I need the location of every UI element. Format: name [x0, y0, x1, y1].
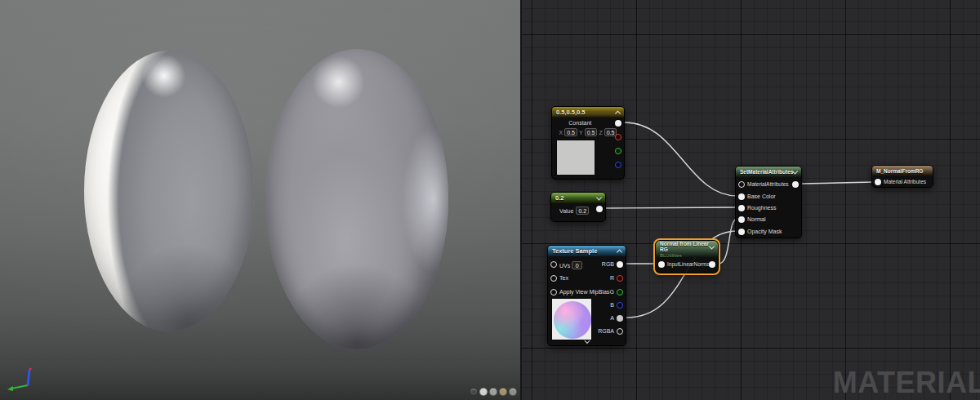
pin-in-uvs[interactable]: [550, 261, 557, 268]
preview-shape-cube-icon[interactable]: [499, 388, 507, 396]
normal-map-sphere-preview: [554, 301, 591, 339]
chevron-down-icon[interactable]: [596, 194, 602, 200]
node-scalar-fields: Value 0.2: [559, 207, 589, 215]
pin-out-result[interactable]: [709, 261, 715, 268]
x-value-field[interactable]: 0.5: [564, 128, 577, 136]
node-set-material-attributes[interactable]: SetMaterialAttributes MaterialAttributes…: [735, 166, 802, 238]
pin-label-normal: Normal: [747, 216, 766, 222]
pin-label-rgb: RGB: [602, 261, 614, 267]
pin-out-value[interactable]: [596, 206, 603, 212]
texture-preview: [551, 298, 592, 340]
node-texture-sample-title[interactable]: Texture Sample: [548, 246, 626, 256]
chevron-up-icon[interactable]: [615, 110, 621, 116]
chevron-down-icon[interactable]: [792, 168, 798, 174]
material-preview-viewport[interactable]: [0, 0, 520, 400]
preview-shape-mesh-icon[interactable]: [509, 388, 517, 396]
chevron-up-icon[interactable]: [617, 249, 622, 255]
uvs-label: UVs: [559, 263, 570, 269]
pin-label-r: R: [610, 275, 614, 281]
preview-shape-cylinder-icon[interactable]: [470, 388, 478, 396]
node-sma-title[interactable]: SetMaterialAttributes: [736, 167, 801, 177]
pin-label-material-attributes: Material Attributes: [884, 179, 926, 184]
pin-label-g: G: [610, 289, 614, 295]
node-constant-fields: X 0.5 Y 0.5 Z 0.5: [555, 128, 621, 136]
y-value-field[interactable]: 0.5: [585, 128, 598, 136]
pin-in-tex[interactable]: [550, 275, 557, 282]
pin-label-materialattributes: MaterialAttributes: [747, 181, 789, 187]
preview-shape-plane-icon[interactable]: [489, 388, 497, 396]
x-axis-label: X: [559, 130, 564, 136]
pin-out-rgb[interactable]: [617, 261, 623, 268]
pin-out-r[interactable]: [615, 134, 621, 140]
pin-label-roughness: Roughness: [747, 205, 776, 211]
pin-in-normal[interactable]: [738, 216, 745, 223]
pin-in-mipbias[interactable]: [550, 289, 557, 296]
node-nflrg-subtitle: BLUtilities: [660, 253, 682, 258]
pin-label-tex: Tex: [559, 275, 568, 281]
node-normal-from-linear-rg[interactable]: Normal from Linear RG BLUtilities InputL…: [655, 240, 719, 273]
node-constant-title-text: 0.5,0.5,0.5: [556, 109, 585, 116]
wire-constant-to-basecolor: [625, 122, 737, 196]
node-constant-title[interactable]: 0.5,0.5,0.5: [552, 107, 624, 118]
value-label: Value: [559, 208, 573, 214]
pin-in-basecolor[interactable]: [738, 193, 745, 200]
node-constant-type: Constant: [552, 120, 608, 126]
node-m-normal-from-rg[interactable]: M_NormalFromRG Material Attributes: [871, 165, 933, 188]
node-sma-title-text: SetMaterialAttributes: [740, 169, 793, 175]
node-constant[interactable]: 0.5,0.5,0.5 Constant X 0.5 Y 0.5 Z 0.5: [551, 106, 625, 180]
pin-out-g[interactable]: [615, 148, 621, 154]
node-scalar[interactable]: 0.2 Value 0.2: [550, 192, 606, 222]
node-scalar-title[interactable]: 0.2: [551, 193, 605, 203]
preview-mesh-right: [265, 49, 448, 349]
pin-out-attributes[interactable]: [792, 181, 799, 188]
wire-sma-to-result: [802, 182, 874, 184]
pin-label-mipbias: Apply View MipBias: [559, 289, 609, 295]
pin-label-rgba: RGBA: [598, 328, 614, 334]
uvs-value-field[interactable]: 0: [572, 261, 582, 269]
pin-label-basecolor: Base Color: [747, 193, 776, 199]
pin-label-b: B: [610, 302, 614, 308]
y-axis-label: Y: [579, 130, 583, 136]
z-axis-label: Z: [599, 130, 602, 136]
pin-out-a[interactable]: [617, 315, 623, 322]
pin-out-g[interactable]: [617, 289, 623, 296]
node-result-title-text: M_NormalFromRG: [876, 168, 923, 174]
pin-label-inputlinearnormal: InputLinearNormal: [667, 261, 710, 267]
pin-out-r[interactable]: [617, 275, 623, 282]
pin-out-b[interactable]: [617, 302, 623, 309]
node-nflrg-title[interactable]: Normal from Linear RG BLUtilities: [656, 241, 718, 257]
preview-shape-controls: [470, 388, 517, 396]
wire-scalar-to-roughness: [606, 207, 737, 208]
value-field[interactable]: 0.2: [576, 207, 589, 215]
pin-out-main[interactable]: [615, 120, 621, 127]
pin-in-roughness[interactable]: [738, 205, 745, 211]
pin-out-rgba[interactable]: [617, 328, 623, 335]
preview-mesh-left: [84, 51, 254, 331]
pin-label-uvs: UVs 0: [559, 261, 582, 269]
node-scalar-title-text: 0.2: [555, 194, 564, 202]
node-result-title[interactable]: M_NormalFromRG: [872, 166, 933, 176]
material-node-graph[interactable]: MATERIAL 0.5,0.5,0.5 Constant X 0.5 Y 0.…: [520, 0, 980, 400]
pin-in-opacitymask[interactable]: [738, 229, 745, 235]
pin-in-material-attributes[interactable]: [875, 179, 881, 185]
chevron-down-icon[interactable]: [584, 338, 590, 344]
pin-label-opacitymask: Opacity Mask: [747, 229, 782, 234]
preview-shape-sphere-icon[interactable]: [479, 388, 488, 396]
node-texture-sample[interactable]: Texture Sample UVs 0 Tex Apply View MipB…: [547, 245, 626, 346]
node-texture-sample-title-text: Texture Sample: [552, 247, 597, 255]
pin-label-a: A: [610, 315, 614, 321]
pin-out-b[interactable]: [615, 162, 621, 168]
pin-in-inputlinearnormal[interactable]: [658, 261, 665, 268]
pin-in-materialattributes[interactable]: [738, 181, 745, 188]
constant-color-preview: [556, 140, 595, 176]
node-nflrg-title-text: Normal from Linear RG: [660, 241, 714, 252]
axis-gizmo-icon: [5, 366, 44, 393]
